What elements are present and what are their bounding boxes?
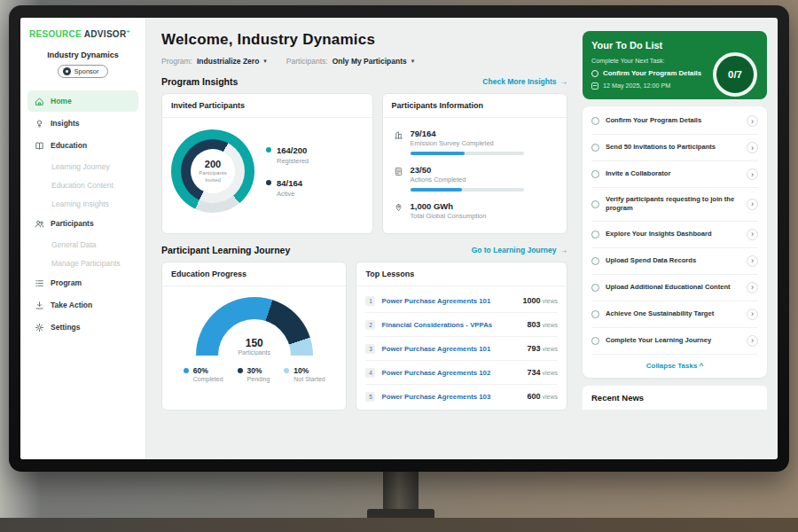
task-checkbox[interactable] <box>591 337 599 345</box>
program-filter-label: Program: <box>161 57 192 66</box>
todo-next-task[interactable]: Confirm Your Program Details <box>591 69 705 77</box>
legend-item-pending: 30% Pending <box>238 366 270 382</box>
brand-secondary: ADVISOR+ <box>84 29 130 39</box>
nav-sub-label: General Data <box>51 240 97 249</box>
task-checkbox[interactable] <box>591 144 599 152</box>
sidebar-item-participants[interactable]: Participants <box>27 213 138 234</box>
participants-filter-dropdown[interactable]: Participants: Only My Participants ▾ <box>286 57 414 66</box>
segment-label: Completed <box>193 376 223 382</box>
lesson-link[interactable]: Financial Considerations - VPPAs <box>381 321 520 329</box>
task-checkbox[interactable] <box>591 231 599 239</box>
sidebar-item-settings[interactable]: Settings <box>27 317 138 338</box>
list-icon <box>35 278 44 288</box>
building-icon <box>394 130 403 140</box>
task-row-upload-educational-content[interactable]: Upload Additional Educational Content › <box>591 275 758 301</box>
sidebar-nav: Home Insights Education Learning Journey… <box>27 90 138 338</box>
task-label: Upload Additional Educational Content <box>606 283 740 292</box>
check-more-insights-link[interactable]: Check More Insights → <box>482 77 567 86</box>
task-row-upload-spend-data[interactable]: Upload Spend Data Records › <box>591 248 758 275</box>
chevron-right-icon[interactable]: › <box>747 282 758 293</box>
lesson-link[interactable]: Power Purchase Agreements 103 <box>381 393 520 401</box>
sidebar-item-general-data[interactable]: General Data <box>27 235 138 254</box>
metric-label: Total Global Consumption <box>411 212 487 220</box>
lesson-rank: 2 <box>365 320 375 330</box>
nav-label: Home <box>51 97 72 106</box>
card-title: Education Progress <box>162 262 346 286</box>
task-label: Complete Your Learning Journey <box>606 336 740 345</box>
sidebar-item-learning-journey[interactable]: Learning Journey <box>27 157 138 176</box>
progress-fill <box>411 188 463 192</box>
next-task-label: Confirm Your Program Details <box>603 69 701 77</box>
sidebar-item-learning-insights[interactable]: Learning Insights <box>27 194 138 213</box>
metric-label: Actions Completed <box>411 176 524 184</box>
legend-item-registered: 164/200 Registered <box>266 145 309 165</box>
task-row-send-invitations[interactable]: Send 50 Invitations to Participants › <box>591 135 758 161</box>
dashboard-screen: RESOURCE ADVISOR+ Industry Dynamics Spon… <box>20 18 778 459</box>
invited-participants-card: Invited Participants 200 Participants In… <box>161 93 373 234</box>
insights-cards-row: Invited Participants 200 Participants In… <box>161 93 567 234</box>
task-checkbox[interactable] <box>591 170 599 178</box>
nav-label: Take Action <box>51 301 92 309</box>
active-label: Active <box>277 190 302 198</box>
sidebar-item-education-content[interactable]: Education Content <box>27 176 138 194</box>
todo-progress-ring: 0/7 <box>713 52 757 97</box>
nav-sub-label: Education Content <box>51 181 113 190</box>
task-row-achieve-target[interactable]: Achieve One Sustainability Target › <box>591 301 758 328</box>
todo-title: Your To Do List <box>591 40 705 51</box>
lesson-link[interactable]: Power Purchase Agreements 102 <box>381 369 520 377</box>
go-to-learning-journey-link[interactable]: Go to Learning Journey → <box>472 246 567 254</box>
lesson-link[interactable]: Power Purchase Agreements 101 <box>381 297 516 305</box>
sidebar-item-take-action[interactable]: Take Action <box>27 294 138 316</box>
registered-label: Registered <box>277 157 309 165</box>
education-progress-card: Education Progress 150 Participants <box>161 262 347 411</box>
lesson-row: 3 Power Purchase Agreements 101 793views <box>365 337 558 361</box>
chevron-right-icon[interactable]: › <box>747 142 758 153</box>
task-row-invite-collaborator[interactable]: Invite a Collaborator › <box>591 161 758 188</box>
chevron-right-icon[interactable]: › <box>747 115 758 127</box>
legend-dot-teal <box>266 147 271 153</box>
chevron-right-icon[interactable]: › <box>747 255 758 267</box>
task-label: Achieve One Sustainability Target <box>606 309 740 318</box>
task-row-verify-participants[interactable]: Verify participants requesting to join t… <box>591 188 758 222</box>
views-suffix: views <box>542 298 558 304</box>
task-label: Confirm Your Program Details <box>606 116 740 125</box>
sidebar: RESOURCE ADVISOR+ Industry Dynamics Spon… <box>20 18 146 459</box>
task-checkbox[interactable] <box>591 200 599 208</box>
task-row-complete-learning-journey[interactable]: Complete Your Learning Journey › <box>591 328 758 355</box>
task-row-explore-insights[interactable]: Explore Your Insights Dashboard › <box>591 222 758 248</box>
chevron-right-icon[interactable]: › <box>747 309 758 320</box>
sponsor-badge[interactable]: Sponsor <box>58 65 109 78</box>
lesson-link[interactable]: Power Purchase Agreements 101 <box>381 345 520 353</box>
location-pin-icon <box>394 203 403 213</box>
todo-panel: Your To Do List Complete Your Next Task:… <box>577 18 778 459</box>
education-gauge-chart: 150 Participants <box>196 297 313 356</box>
task-row-confirm-program[interactable]: Confirm Your Program Details › <box>591 108 758 135</box>
desk-edge <box>0 518 798 532</box>
segment-pct: 60% <box>193 366 223 375</box>
sidebar-item-insights[interactable]: Insights <box>27 113 138 134</box>
program-filter-dropdown[interactable]: Program: Industrialize Zero ▾ <box>161 57 267 66</box>
sidebar-item-home[interactable]: Home <box>27 90 138 112</box>
task-checkbox[interactable] <box>591 257 599 265</box>
chevron-right-icon[interactable]: › <box>747 229 758 240</box>
program-filter-value: Industrialize Zero <box>197 57 259 66</box>
chevron-right-icon[interactable]: › <box>747 168 758 180</box>
collapse-tasks-link[interactable]: Collapse Tasks ^ <box>591 355 758 374</box>
segment-pct: 30% <box>247 366 270 375</box>
nav-label: Insights <box>51 119 80 128</box>
chevron-right-icon[interactable]: › <box>747 335 758 347</box>
progress-track <box>411 152 524 155</box>
nav-label: Participants <box>51 219 94 228</box>
app-logo: RESOURCE ADVISOR+ <box>27 28 138 39</box>
task-checkbox[interactable] <box>591 284 599 292</box>
task-checkbox[interactable] <box>591 117 599 125</box>
participants-filter-label: Participants: <box>286 57 328 66</box>
sidebar-item-manage-participants[interactable]: Manage Participants <box>27 254 138 272</box>
sidebar-item-education[interactable]: Education <box>27 135 138 156</box>
card-title: Top Lessons <box>356 262 567 286</box>
task-checkbox[interactable] <box>591 310 599 318</box>
sidebar-item-program[interactable]: Program <box>27 272 138 293</box>
chevron-right-icon[interactable]: › <box>747 199 758 210</box>
due-date-label: 12 May 2025, 12:00 PM <box>603 82 670 90</box>
donut-legend: 164/200 Registered 84/164 Active <box>266 145 309 198</box>
